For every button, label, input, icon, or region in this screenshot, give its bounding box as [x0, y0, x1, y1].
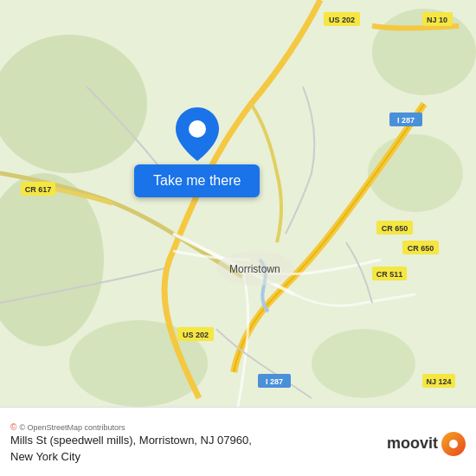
svg-point-4 [368, 134, 463, 212]
copyright-line: © © OpenStreetMap contributors [10, 422, 252, 432]
svg-text:CR 650: CR 650 [408, 244, 434, 253]
svg-point-29 [189, 120, 206, 138]
svg-text:I 287: I 287 [397, 116, 415, 125]
bottom-bar: © © OpenStreetMap contributors Mills St … [0, 407, 476, 476]
copyright-text: © OpenStreetMap contributors [19, 423, 125, 432]
copyright-symbol: © [10, 422, 16, 432]
address-line2: New York City [10, 450, 252, 465]
svg-text:CR 617: CR 617 [25, 185, 52, 194]
svg-text:I 287: I 287 [266, 377, 283, 386]
svg-point-6 [312, 329, 415, 398]
map-pin-icon [171, 104, 223, 164]
svg-text:Morristown: Morristown [229, 263, 280, 275]
moovit-logo-text: moovit [387, 434, 438, 453]
moovit-logo-icon [441, 432, 466, 456]
moovit-logo: moovit [387, 432, 466, 456]
svg-text:US 202: US 202 [329, 16, 355, 24]
bottom-info: © © OpenStreetMap contributors Mills St … [10, 422, 252, 465]
map-container: Morristown US 202 NJ 10 CR 617 I 287 CR … [0, 0, 476, 407]
svg-text:NJ 10: NJ 10 [427, 16, 447, 24]
svg-text:CR 650: CR 650 [382, 224, 408, 233]
button-overlay: Take me there [134, 104, 260, 197]
svg-text:NJ 124: NJ 124 [426, 377, 451, 386]
take-me-there-button[interactable]: Take me there [134, 164, 260, 197]
svg-text:CR 511: CR 511 [376, 270, 403, 279]
svg-text:US 202: US 202 [183, 331, 209, 339]
address-line1: Mills St (speedwell mills), Morristown, … [10, 434, 252, 448]
